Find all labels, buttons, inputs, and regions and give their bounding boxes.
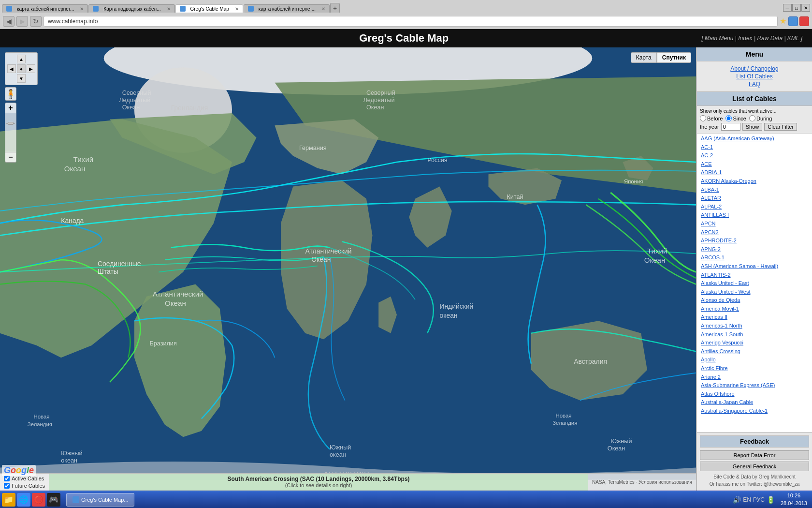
cable-list-item[interactable]: ALPAL-2: [701, 203, 808, 211]
tab-close-4[interactable]: ✕: [321, 6, 325, 12]
cable-list-item[interactable]: Alaska United - West: [701, 288, 808, 297]
cable-list-section: List of Cables Show only cables that wen…: [697, 92, 812, 433]
cable-list-item[interactable]: ARCOS-1: [701, 254, 808, 262]
cable-list-item[interactable]: ACE: [701, 160, 808, 169]
close-btn[interactable]: ✕: [801, 4, 810, 12]
cable-list-item[interactable]: AC-1: [701, 143, 808, 152]
cable-list-item[interactable]: APCN2: [701, 228, 808, 237]
nav-down-btn[interactable]: ▼: [17, 74, 26, 83]
cable-list-item[interactable]: Amerigo Vespucci: [701, 339, 808, 347]
tab-close-1[interactable]: ✕: [80, 6, 84, 12]
ext-icon-1[interactable]: [788, 16, 798, 26]
cable-list-item[interactable]: ANTILLAS I: [701, 211, 808, 220]
tab-2[interactable]: Карта подводных кабел... ✕: [88, 4, 174, 13]
cable-list-item[interactable]: ATLANTIS-2: [701, 271, 808, 280]
taskbar-active-item[interactable]: Greg's Cable Map...: [66, 493, 134, 507]
map-svg[interactable]: Тихий Океан Атлантический Океан Индийски…: [0, 47, 696, 491]
radio-during-input[interactable]: [749, 115, 755, 121]
cable-list-item[interactable]: ALETAR: [701, 194, 808, 203]
zoom-slider[interactable]: [5, 113, 16, 152]
maximize-btn[interactable]: □: [792, 4, 801, 12]
svg-text:Япония: Япония: [624, 179, 643, 184]
year-input[interactable]: [721, 123, 740, 131]
future-cables-checkbox[interactable]: [4, 483, 10, 489]
cable-list-item[interactable]: Atlas Offshore: [701, 390, 808, 399]
map-status-bar: Active Cables Future Cables South Americ…: [0, 473, 696, 491]
ext-icon-2[interactable]: [799, 16, 809, 26]
show-button[interactable]: Show: [742, 123, 763, 131]
taskbar-icon-2[interactable]: 🌐: [17, 493, 30, 507]
cable-list-item[interactable]: ALBA-1: [701, 186, 808, 194]
cable-list-item[interactable]: Arctic Fibre: [701, 364, 808, 373]
minimize-btn[interactable]: ─: [783, 4, 792, 12]
cable-list-item[interactable]: AC-2: [701, 151, 808, 160]
menu-list-cables[interactable]: List Of Cables: [700, 73, 809, 80]
year-label: the year: [700, 124, 719, 130]
general-feedback-button[interactable]: General Feedback: [700, 462, 809, 471]
nav-right-btn[interactable]: ▶: [27, 64, 35, 73]
tab-1[interactable]: карта кабелей интернет... ✕: [2, 4, 88, 13]
cable-list-item[interactable]: Apollo: [701, 356, 808, 364]
forward-btn[interactable]: ▶: [16, 16, 28, 27]
header-nav[interactable]: [ Main Menu | Index | Raw Data | KML ]: [701, 35, 802, 42]
menu-faq[interactable]: FAQ: [700, 81, 809, 88]
taskbar-icon-3[interactable]: ⭕: [32, 493, 45, 507]
cable-list-title: List of Cables: [697, 92, 812, 106]
tray-icon-2[interactable]: EN: [743, 496, 751, 503]
cable-list-item[interactable]: AAG (Asia-American Gateway): [701, 134, 808, 143]
tab-3-active[interactable]: Greg's Cable Map ✕: [175, 4, 243, 13]
cable-list-item[interactable]: Alonso de Ojeda: [701, 296, 808, 305]
cable-list: AAG (Asia-American Gateway)AC-1AC-2ACEAD…: [697, 134, 812, 432]
cable-list-item[interactable]: Americas-1 North: [701, 322, 808, 330]
reload-btn[interactable]: ↻: [30, 16, 42, 27]
tab-close-2[interactable]: ✕: [167, 6, 171, 12]
map-btn-karta[interactable]: Карта: [631, 52, 657, 63]
radio-since-input[interactable]: [725, 115, 732, 121]
cable-list-item[interactable]: APCN: [701, 220, 808, 228]
cable-list-item[interactable]: Asia-Submarine Express (ASE): [701, 381, 808, 390]
svg-text:Гренландия: Гренландия: [171, 104, 208, 112]
new-tab-btn[interactable]: +: [330, 3, 340, 13]
cable-list-item[interactable]: Antilles Crossing: [701, 347, 808, 356]
cable-list-item[interactable]: AKORN Alaska-Oregon: [701, 177, 808, 186]
url-text[interactable]: www.cablemap.info: [48, 18, 98, 25]
zoom-minus-btn[interactable]: −: [5, 152, 16, 163]
nav-left-btn[interactable]: ◀: [7, 64, 16, 73]
report-error-button[interactable]: Report Data Error: [700, 450, 809, 460]
cable-list-item[interactable]: Alaska United - East: [701, 279, 808, 288]
svg-text:Штаты: Штаты: [98, 268, 118, 275]
active-cables-checkbox[interactable]: [4, 476, 10, 481]
tab-close-3[interactable]: ✕: [235, 6, 239, 12]
cable-list-item[interactable]: APHRODITE-2: [701, 237, 808, 245]
cable-list-item[interactable]: America Movil-1: [701, 305, 808, 314]
tab-4[interactable]: карта кабелей интернет... ✕: [244, 4, 330, 13]
status-info-box: South American Crossing (SAC (10 Landing…: [49, 473, 588, 491]
clear-filter-button[interactable]: Clear Filter: [764, 123, 797, 131]
map-btn-satellite[interactable]: Спутник: [657, 52, 691, 63]
taskbar-icon-4[interactable]: 🎮: [47, 493, 60, 507]
radio-before-input[interactable]: [700, 115, 706, 121]
cable-list-item[interactable]: Ariane 2: [701, 373, 808, 382]
tray-icon-1[interactable]: 🔊: [733, 496, 741, 504]
cable-list-item[interactable]: Americas II: [701, 313, 808, 322]
tray-icon-4[interactable]: 🔋: [767, 496, 775, 504]
taskbar-icon-1[interactable]: 📁: [2, 493, 15, 507]
nav-up-btn[interactable]: ▲: [17, 55, 26, 63]
svg-text:океан: океан: [330, 451, 346, 458]
star-icon[interactable]: ★: [780, 16, 786, 26]
cable-list-item[interactable]: Australia-Japan Cable: [701, 398, 808, 407]
zoom-plus-btn[interactable]: +: [5, 103, 16, 113]
cable-list-item[interactable]: ASH (American Samoa - Hawaii): [701, 262, 808, 271]
tray-icons: 🔊 EN РУС 🔋: [733, 496, 775, 504]
svg-text:Новая: Новая: [555, 413, 571, 418]
menu-about[interactable]: About / Changelog: [700, 65, 809, 72]
tray-icon-3[interactable]: РУС: [753, 496, 765, 503]
cable-list-item[interactable]: Australia-Singapore Cable-1: [701, 407, 808, 416]
nav-center-btn[interactable]: ●: [17, 64, 26, 73]
cable-list-item[interactable]: ADRIA-1: [701, 168, 808, 177]
extensions-area: [788, 16, 809, 26]
svg-text:Канада: Канада: [61, 217, 84, 224]
cable-list-item[interactable]: Americas-1 South: [701, 330, 808, 339]
back-btn[interactable]: ◀: [3, 16, 14, 27]
cable-list-item[interactable]: APNG-2: [701, 245, 808, 254]
